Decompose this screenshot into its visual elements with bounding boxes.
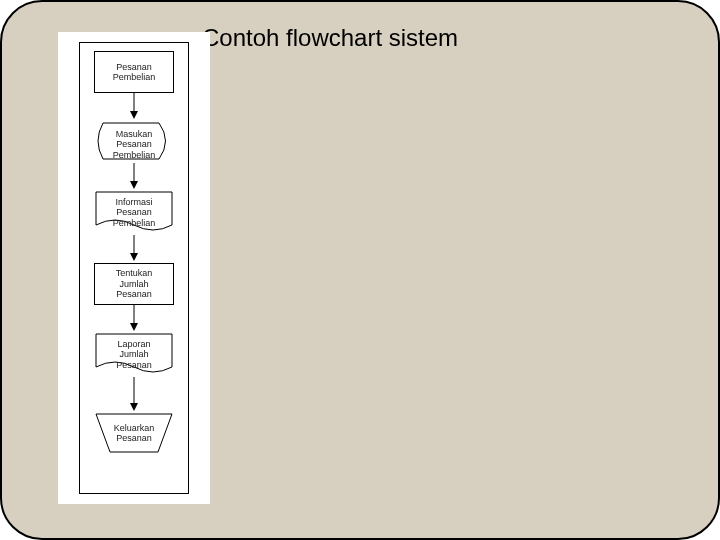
arrow-icon [128,377,140,413]
arrow-icon [128,163,140,191]
slide-canvas: Contoh flowchart sistem PesananPembelian… [0,0,720,540]
node-label: InformasiPesananPembelian [95,197,173,228]
svg-marker-7 [130,323,138,331]
node-pesanan-pembelian: PesananPembelian [94,51,174,93]
node-tentukan-jumlah: TentukanJumlahPesanan [94,263,174,305]
node-label: PesananPembelian [113,62,156,83]
arrow-icon [128,93,140,121]
svg-marker-3 [130,181,138,189]
arrow-icon [128,305,140,333]
node-masukan-pesanan: MasukanPesananPembelian [95,121,173,161]
flowchart-border: PesananPembelian MasukanPesananPembelian… [79,42,189,494]
svg-marker-1 [130,111,138,119]
svg-marker-9 [130,403,138,411]
node-label: LaporanJumlahPesanan [95,339,173,370]
node-informasi-pesanan: InformasiPesananPembelian [95,191,173,231]
node-label: MasukanPesananPembelian [95,129,173,160]
slide-title: Contoh flowchart sistem [202,24,458,52]
node-label: TentukanJumlahPesanan [116,268,153,299]
svg-marker-5 [130,253,138,261]
node-laporan-jumlah: LaporanJumlahPesanan [95,333,173,373]
node-label: KeluarkanPesanan [95,423,173,444]
flowchart-panel: PesananPembelian MasukanPesananPembelian… [58,32,210,504]
node-keluarkan-pesanan: KeluarkanPesanan [95,413,173,453]
arrow-icon [128,235,140,263]
